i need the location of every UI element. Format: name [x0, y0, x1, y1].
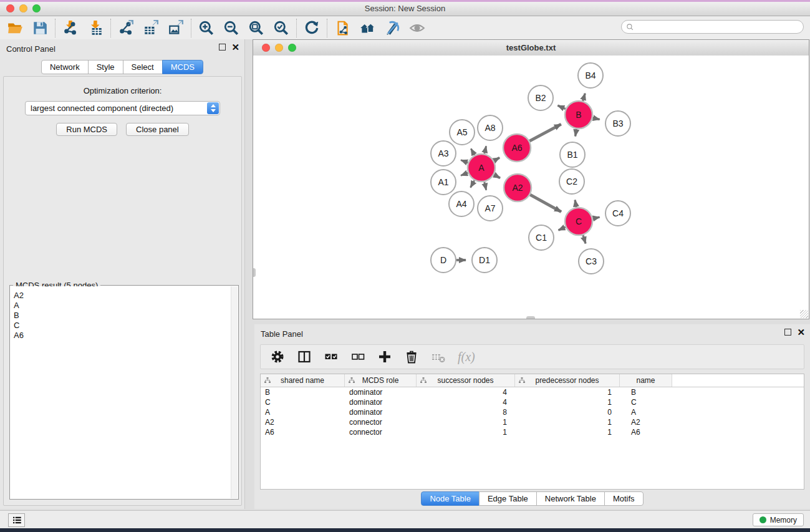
graph-node-D1[interactable]: D1 [472, 248, 497, 273]
memory-label: Memory [770, 516, 797, 525]
column-header-name[interactable]: name [620, 374, 672, 387]
graph-node-A1[interactable]: A1 [431, 170, 456, 195]
svg-text:D1: D1 [479, 255, 490, 265]
criterion-select[interactable]: largest connected component (directed) [25, 101, 220, 115]
network-view-window: testGlobe.txt B4B2BB3A8A5A6A3B1AA1C2A2A4… [253, 39, 809, 319]
column-header-shared-name[interactable]: shared name [261, 374, 345, 387]
tab-style[interactable]: Style [88, 60, 123, 74]
zoom-fit-button[interactable] [247, 19, 266, 37]
graph-node-C4[interactable]: C4 [605, 201, 630, 226]
tab-motifs[interactable]: Motifs [604, 491, 644, 506]
column-header-successor-nodes[interactable]: successor nodes [417, 374, 515, 387]
graph-node-A4[interactable]: A4 [449, 191, 474, 216]
table-row[interactable]: Cdominator41C [261, 397, 804, 407]
home-button[interactable] [358, 19, 377, 37]
edge-A-A8 [485, 146, 486, 153]
export-table-button[interactable] [142, 19, 160, 37]
network-canvas[interactable]: B4B2BB3A8A5A6A3B1AA1C2A2A4A7C4CC1C3DD1 [253, 56, 809, 319]
mcds-result-item[interactable]: C [14, 321, 231, 331]
graph-node-C[interactable]: C [565, 208, 592, 235]
graph-node-A7[interactable]: A7 [478, 196, 503, 221]
mcds-result-item[interactable]: A6 [14, 331, 231, 341]
cell-predecessor-nodes: 0 [515, 408, 620, 417]
optimization-criterion-label: Optimization criterion: [4, 86, 241, 95]
delete-columns-button[interactable] [403, 348, 420, 365]
fork-icon [420, 377, 427, 384]
import-table-button[interactable] [86, 19, 105, 37]
save-button[interactable] [31, 19, 49, 37]
mcds-result-item[interactable]: A [14, 301, 231, 311]
graph-node-A6[interactable]: A6 [503, 134, 531, 162]
graph-node-D[interactable]: D [431, 248, 456, 273]
delete-table-button[interactable] [430, 348, 447, 365]
memory-button[interactable]: Memory [753, 513, 804, 526]
table-row[interactable]: Bdominator41B [261, 387, 804, 397]
hide-annotations-button[interactable] [383, 19, 402, 37]
graph-node-A8[interactable]: A8 [478, 115, 503, 140]
graph-node-C1[interactable]: C1 [529, 225, 554, 250]
tab-node-table[interactable]: Node Table [421, 491, 480, 506]
export-network-button[interactable] [117, 19, 135, 37]
search-field[interactable] [621, 20, 804, 34]
graph-node-B4[interactable]: B4 [578, 63, 603, 88]
gear-button[interactable] [269, 348, 286, 365]
list-icon [11, 515, 22, 526]
mcds-result-item[interactable]: B [14, 311, 231, 321]
column-header-predecessor-nodes[interactable]: predecessor nodes [515, 374, 620, 387]
table-row[interactable]: A2connector11A2 [261, 417, 804, 427]
eye-button[interactable] [408, 19, 427, 37]
zoom-out-button[interactable] [222, 19, 241, 37]
select-all-columns-button[interactable] [322, 348, 340, 365]
function-builder-button[interactable]: f(x) [458, 350, 475, 364]
export-network-icon [118, 20, 134, 36]
new-column-button[interactable] [376, 348, 393, 365]
table-row[interactable]: A6connector11A6 [261, 427, 804, 437]
tab-network[interactable]: Network [41, 60, 89, 74]
zoom-selected-button[interactable] [272, 19, 291, 37]
search-input[interactable] [634, 21, 803, 32]
close-panel-button[interactable]: Close panel [126, 123, 189, 136]
task-history-button[interactable] [8, 513, 25, 527]
split-panel-button[interactable] [296, 348, 313, 365]
edge-B-B4 [583, 94, 586, 101]
float-panel-icon[interactable] [219, 44, 226, 51]
app-titlebar[interactable]: Session: New Session [0, 2, 810, 16]
graph-node-B2[interactable]: B2 [528, 85, 553, 110]
run-mcds-button[interactable]: Run MCDS [56, 123, 117, 136]
mcds-result-list[interactable]: A2ABCA6 [11, 286, 231, 498]
tab-select[interactable]: Select [123, 60, 163, 74]
open-folder-button[interactable] [6, 19, 24, 37]
zoom-in-button[interactable] [197, 19, 216, 37]
graph-node-A[interactable]: A [468, 154, 495, 181]
refresh-button[interactable] [302, 19, 321, 37]
network-graph[interactable]: B4B2BB3A8A5A6A3B1AA1C2A2A4A7C4CC1C3DD1 [253, 56, 809, 319]
graph-node-B1[interactable]: B1 [560, 142, 585, 167]
tab-mcds[interactable]: MCDS [162, 60, 203, 74]
tab-network-table[interactable]: Network Table [536, 491, 605, 506]
graph-node-C3[interactable]: C3 [579, 249, 604, 274]
import-network-button[interactable] [61, 19, 80, 37]
horizontal-scroll-nub[interactable] [526, 316, 535, 319]
network-window-titlebar[interactable]: testGlobe.txt [253, 40, 809, 56]
graph-node-A5[interactable]: A5 [450, 120, 475, 145]
graph-node-A3[interactable]: A3 [431, 141, 456, 166]
mcds-result-item[interactable]: A2 [14, 291, 231, 301]
tab-edge-table[interactable]: Edge Table [479, 491, 537, 506]
close-panel-icon[interactable]: ✕ [231, 44, 239, 51]
table-body: Bdominator41BCdominator41CAdominator80AA… [261, 387, 804, 437]
vertical-scroll-nub[interactable] [253, 268, 256, 277]
graph-node-A2[interactable]: A2 [504, 174, 531, 201]
edge-C-C4 [593, 217, 600, 218]
float-table-panel-icon[interactable] [784, 329, 791, 336]
result-list-scrollbar[interactable] [231, 286, 238, 498]
resize-grip[interactable] [800, 310, 808, 318]
graph-node-B3[interactable]: B3 [605, 111, 630, 136]
graph-node-C2[interactable]: C2 [559, 169, 584, 194]
graph-node-B[interactable]: B [565, 101, 592, 128]
close-table-panel-icon[interactable]: ✕ [797, 329, 805, 336]
table-row[interactable]: Adominator80A [261, 407, 804, 417]
export-image-button[interactable] [166, 19, 185, 37]
deselect-all-columns-button[interactable] [349, 348, 367, 365]
network-document-button[interactable] [333, 19, 352, 37]
column-header-MCDS-role[interactable]: MCDS role [345, 374, 417, 387]
